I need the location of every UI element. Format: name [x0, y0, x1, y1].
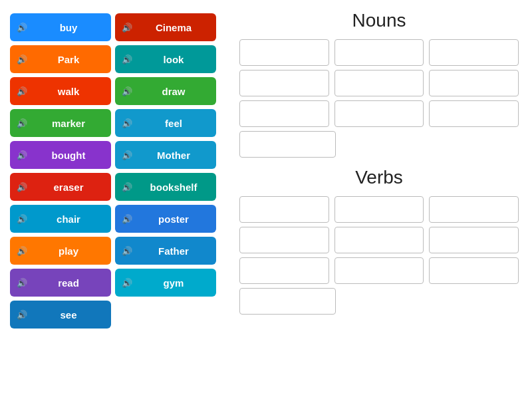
speaker-icon: 🔊	[122, 150, 132, 160]
word-button-bought[interactable]: 🔊bought	[10, 141, 111, 169]
word-button-feel[interactable]: 🔊feel	[115, 109, 216, 137]
speaker-icon: 🔊	[122, 214, 132, 224]
word-label: read	[33, 277, 104, 289]
speaker-icon: 🔊	[17, 310, 27, 320]
word-button-marker[interactable]: 🔊marker	[10, 109, 111, 137]
noun-drop-7[interactable]	[239, 100, 329, 127]
word-label: Father	[138, 245, 209, 257]
word-button-eraser[interactable]: 🔊eraser	[10, 173, 111, 201]
nouns-row-1	[239, 39, 519, 66]
speaker-icon: 🔊	[122, 182, 132, 192]
word-button-see[interactable]: 🔊see	[10, 301, 111, 329]
speaker-icon: 🔊	[17, 278, 27, 288]
word-label: walk	[33, 86, 104, 97]
word-label: draw	[138, 86, 209, 97]
word-label: look	[138, 54, 209, 65]
speaker-icon: 🔊	[17, 246, 27, 256]
word-button-chair[interactable]: 🔊chair	[10, 205, 111, 233]
word-label: buy	[33, 22, 104, 33]
speaker-icon: 🔊	[122, 118, 132, 128]
word-label: see	[33, 309, 104, 321]
nouns-title: Nouns	[239, 10, 519, 31]
word-button-mother[interactable]: 🔊Mother	[115, 141, 216, 169]
noun-drop-10[interactable]	[239, 131, 336, 158]
verbs-row-1	[239, 196, 519, 223]
verbs-row-4	[239, 288, 519, 315]
nouns-row-4	[239, 131, 519, 158]
word-button-walk[interactable]: 🔊walk	[10, 77, 111, 105]
word-button-buy[interactable]: 🔊buy	[10, 13, 111, 41]
verb-drop-4[interactable]	[239, 227, 329, 253]
speaker-icon: 🔊	[122, 86, 132, 96]
speaker-icon: 🔊	[17, 118, 27, 128]
word-button-look[interactable]: 🔊look	[115, 45, 216, 73]
noun-drop-3[interactable]	[429, 39, 519, 66]
word-label: eraser	[33, 182, 104, 193]
noun-drop-2[interactable]	[334, 39, 424, 66]
speaker-icon: 🔊	[122, 246, 132, 256]
nouns-row-2	[239, 70, 519, 96]
word-label: play	[33, 245, 104, 257]
speaker-icon: 🔊	[17, 55, 27, 65]
word-label: feel	[138, 118, 209, 129]
word-button-park[interactable]: 🔊Park	[10, 45, 111, 73]
verb-drop-2[interactable]	[334, 196, 424, 223]
speaker-icon: 🔊	[17, 23, 27, 33]
word-button-poster[interactable]: 🔊poster	[115, 205, 216, 233]
noun-drop-1[interactable]	[239, 39, 329, 66]
verbs-row-3	[239, 257, 519, 284]
verbs-section: Verbs	[239, 167, 519, 319]
speaker-icon: 🔊	[122, 23, 132, 33]
verb-drop-1[interactable]	[239, 196, 329, 223]
verb-drop-5[interactable]	[334, 227, 424, 253]
word-bank: 🔊buy🔊Cinema🔊Park🔊look🔊walk🔊draw🔊marker🔊f…	[0, 0, 226, 399]
noun-drop-6[interactable]	[429, 70, 519, 96]
word-label: Park	[33, 54, 104, 65]
noun-drop-4[interactable]	[239, 70, 329, 96]
word-button-play[interactable]: 🔊play	[10, 237, 111, 265]
noun-drop-9[interactable]	[429, 100, 519, 127]
word-label: Cinema	[138, 22, 209, 33]
verb-drop-9[interactable]	[429, 257, 519, 284]
verb-drop-3[interactable]	[429, 196, 519, 223]
word-label: Mother	[138, 150, 209, 161]
verb-drop-8[interactable]	[334, 257, 424, 284]
speaker-icon: 🔊	[17, 150, 27, 160]
word-grid: 🔊buy🔊Cinema🔊Park🔊look🔊walk🔊draw🔊marker🔊f…	[10, 13, 216, 329]
speaker-icon: 🔊	[122, 278, 132, 288]
verbs-title: Verbs	[239, 167, 519, 188]
word-button-gym[interactable]: 🔊gym	[115, 269, 216, 297]
word-label: bought	[33, 150, 104, 161]
verb-drop-10[interactable]	[239, 288, 336, 315]
word-button-cinema[interactable]: 🔊Cinema	[115, 13, 216, 41]
verb-drop-7[interactable]	[239, 257, 329, 284]
word-label: poster	[138, 213, 209, 225]
verb-drop-6[interactable]	[429, 227, 519, 253]
speaker-icon: 🔊	[17, 214, 27, 224]
word-label: marker	[33, 118, 104, 129]
word-button-draw[interactable]: 🔊draw	[115, 77, 216, 105]
nouns-row-3	[239, 100, 519, 127]
sort-panel: Nouns Verbs	[226, 0, 532, 399]
noun-drop-8[interactable]	[334, 100, 424, 127]
noun-drop-5[interactable]	[334, 70, 424, 96]
word-label: bookshelf	[138, 182, 209, 193]
word-button-bookshelf[interactable]: 🔊bookshelf	[115, 173, 216, 201]
word-button-read[interactable]: 🔊read	[10, 269, 111, 297]
speaker-icon: 🔊	[17, 182, 27, 192]
word-label: chair	[33, 213, 104, 225]
speaker-icon: 🔊	[17, 86, 27, 96]
word-button-father[interactable]: 🔊Father	[115, 237, 216, 265]
word-label: gym	[138, 277, 209, 289]
verbs-row-2	[239, 227, 519, 253]
speaker-icon: 🔊	[122, 55, 132, 65]
